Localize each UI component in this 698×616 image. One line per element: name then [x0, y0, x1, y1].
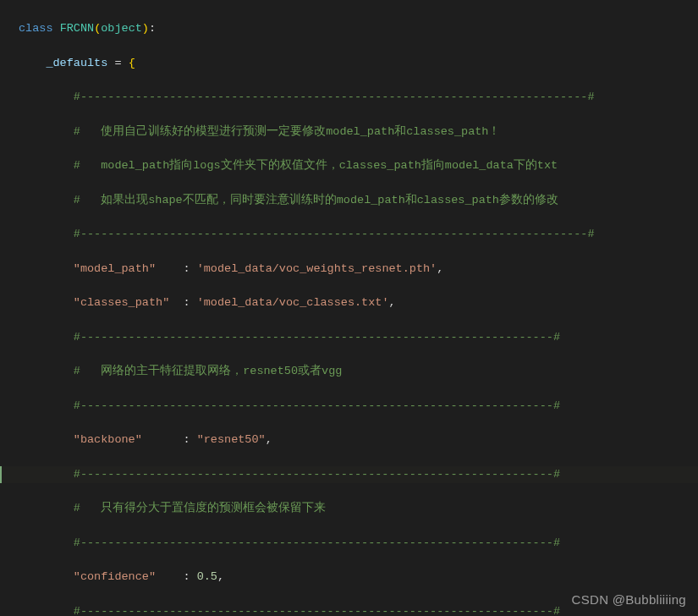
class-name: FRCNN: [60, 22, 95, 35]
defaults-open: _defaults = {: [0, 55, 698, 72]
kvp-model-path: "model_path" : 'model_data/voc_weights_r…: [0, 261, 698, 278]
sep-line: #---------------------------------------…: [0, 226, 698, 243]
comment-line: # model_path指向logs文件夹下的权值文件，classes_path…: [0, 157, 698, 174]
sep-line: #---------------------------------------…: [0, 89, 698, 106]
comment-line: # 如果出现shape不匹配，同时要注意训练时的model_path和class…: [0, 192, 698, 209]
class-def-line: class FRCNN(object):: [0, 20, 698, 37]
sep-line: #---------------------------------------…: [0, 329, 698, 346]
code-block: class FRCNN(object): _defaults = { #----…: [0, 0, 698, 616]
attr-name: _defaults: [46, 57, 107, 69]
sep-line: #---------------------------------------…: [0, 466, 698, 483]
comment-line: # 网络的主干特征提取网络，resnet50或者vgg: [0, 363, 698, 380]
watermark: CSDN @Bubbliiiing: [572, 591, 686, 610]
comment-line: # 使用自己训练好的模型进行预测一定要修改model_path和classes_…: [0, 124, 698, 140]
sep-line: #---------------------------------------…: [0, 535, 698, 552]
kvp-backbone: "backbone" : "resnet50",: [0, 432, 698, 448]
kvp-confidence: "confidence" : 0.5,: [0, 569, 698, 586]
keyword-class: class: [19, 22, 53, 35]
sep-line: #---------------------------------------…: [0, 398, 698, 415]
kvp-classes-path: "classes_path" : 'model_data/voc_classes…: [0, 294, 698, 311]
comment-line: # 只有得分大于置信度的预测框会被保留下来: [0, 500, 698, 517]
base-class: object: [101, 22, 142, 35]
